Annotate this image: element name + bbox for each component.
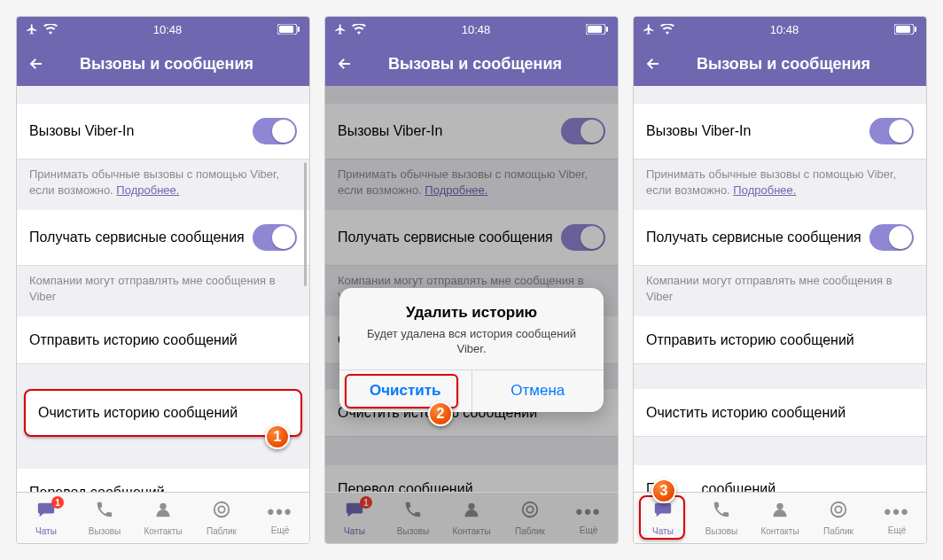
row-label: Очистить историю сообщений (646, 405, 846, 421)
row-viber-in[interactable]: Вызовы Viber-In (634, 104, 926, 159)
row-clear-history[interactable]: Очистить историю сообщений (634, 389, 926, 437)
row-translate[interactable]: Пе сообщений (634, 465, 926, 492)
alert-title: Удалить историю (355, 304, 588, 322)
svg-rect-2 (298, 27, 300, 32)
svg-point-16 (831, 502, 846, 517)
svg-point-3 (160, 503, 166, 509)
battery-icon (894, 24, 917, 35)
wifi-icon (352, 24, 366, 35)
tab-more[interactable]: ••• Ещё (251, 493, 309, 543)
row-label: Получать сервисные сообщения (646, 229, 869, 245)
toggle-viber-in[interactable] (253, 118, 297, 144)
tab-contacts[interactable]: Контакты (751, 493, 809, 543)
row-send-history[interactable]: Отправить историю сообщений (17, 316, 309, 364)
desc-viber-in: Принимать обычные вызовы с помощью Viber… (634, 159, 926, 210)
page-title: Вызовы и сообщения (359, 55, 612, 74)
svg-rect-13 (896, 26, 910, 33)
person-icon (770, 500, 790, 525)
tab-calls[interactable]: Вызовы (75, 493, 134, 543)
tab-public[interactable]: Паблик (809, 493, 868, 543)
step-badge-1: 1 (265, 424, 290, 449)
status-time: 10:48 (462, 23, 491, 36)
chats-badge: 1 (51, 496, 64, 509)
row-label: Отправить историю сообщений (29, 332, 238, 348)
chat-icon (652, 500, 674, 525)
more-icon: ••• (884, 501, 909, 524)
row-label: Вызовы Viber-In (646, 123, 751, 139)
desc-viber-in: Принимать обычные вызовы с помощью Viber… (17, 159, 309, 210)
row-label-suffix: сообщений (664, 481, 914, 492)
row-send-history[interactable]: Отправить историю сообщений (634, 316, 926, 364)
airplane-icon (643, 23, 655, 35)
tab-label: Вызовы (705, 526, 737, 536)
row-label: Очистить историю сообщений (38, 405, 238, 421)
alert-cancel-button[interactable]: Отмена (472, 370, 604, 412)
settings-content: Вызовы Viber-In Принимать обычные вызовы… (17, 86, 309, 492)
tab-label: Чаты (35, 526, 57, 536)
tab-public[interactable]: Паблик (192, 493, 251, 543)
svg-point-15 (776, 503, 783, 509)
battery-icon (586, 24, 609, 35)
phone-icon (712, 500, 731, 525)
step-badge-3: 3 (651, 478, 676, 503)
tab-contacts[interactable]: Контакты (134, 493, 192, 543)
tab-bar: 1 Чаты Вызовы Контакты Паблик ••• Ещё (17, 492, 309, 543)
toggle-service-msgs[interactable] (869, 224, 914, 251)
settings-content: Вызовы Viber-In Принимать обычные вызовы… (634, 86, 926, 492)
link-more[interactable]: Подробнее. (733, 183, 796, 197)
link-more[interactable]: Подробнее. (116, 183, 179, 197)
alert-message: Будет удалена вся история сообщений Vibe… (355, 327, 588, 357)
person-icon (153, 500, 173, 525)
toggle-viber-in[interactable] (869, 118, 914, 144)
back-button[interactable] (331, 56, 359, 72)
row-service-msgs[interactable]: Получать сервисные сообщения (17, 210, 309, 266)
desc-service-msgs: Компании могут отправлять мне сообщения … (17, 266, 309, 316)
wifi-icon (660, 24, 674, 35)
phone-icon (95, 500, 114, 525)
tabbar-dim (325, 493, 618, 543)
row-clear-history[interactable]: Очистить историю сообщений (24, 389, 302, 437)
tab-label: Контакты (760, 526, 799, 536)
phone-screenshot-1: 10:48 Вызовы и сообщения Вызовы Viber-In… (16, 16, 310, 544)
tab-label: Паблик (207, 526, 237, 536)
tab-bar: 3 Чаты Вызовы Контакты Паблик ••• Ещё (634, 492, 926, 543)
back-button[interactable] (22, 56, 51, 72)
status-bar: 10:48 (17, 17, 309, 42)
status-bar: 10:48 (325, 17, 618, 42)
row-label: Перевод сообщений (29, 485, 165, 492)
status-time: 10:48 (770, 23, 799, 36)
airplane-icon (334, 23, 347, 35)
step-badge-2: 2 (428, 401, 453, 426)
svg-point-5 (218, 506, 224, 512)
airplane-icon (26, 23, 38, 35)
tab-label: Ещё (271, 525, 289, 535)
battery-icon (277, 24, 300, 35)
tab-more[interactable]: ••• Ещё (868, 493, 926, 543)
alert-delete-history: Удалить историю Будет удалена вся истори… (339, 288, 604, 412)
tab-chats[interactable]: 1 Чаты (17, 493, 75, 543)
settings-content: Вызовы Viber-In Принимать обычные вызовы… (325, 86, 618, 492)
status-time: 10:48 (153, 23, 183, 36)
svg-rect-7 (588, 26, 602, 33)
page-title: Вызовы и сообщения (667, 55, 921, 74)
back-button[interactable] (639, 56, 667, 72)
tab-calls[interactable]: Вызовы (692, 493, 751, 543)
svg-rect-14 (915, 27, 916, 32)
svg-rect-8 (606, 27, 608, 32)
toggle-service-msgs[interactable] (253, 224, 297, 251)
tab-label: Ещё (888, 525, 906, 535)
tab-label: Контакты (144, 526, 182, 536)
alert-clear-button[interactable]: Очистить (339, 370, 472, 412)
nav-bar: Вызовы и сообщения (325, 42, 618, 86)
nav-bar: Вызовы и сообщения (634, 42, 926, 86)
row-translate[interactable]: Перевод сообщений (17, 469, 309, 492)
svg-point-4 (214, 502, 230, 517)
row-viber-in[interactable]: Вызовы Viber-In (17, 104, 309, 159)
svg-rect-1 (279, 26, 293, 33)
public-icon (212, 500, 231, 525)
scroll-indicator (304, 162, 307, 286)
row-label: Отправить историю сообщений (646, 332, 854, 348)
tab-label: Паблик (823, 526, 853, 536)
row-label: Получать сервисные сообщения (29, 229, 253, 245)
row-service-msgs[interactable]: Получать сервисные сообщения (634, 210, 926, 266)
